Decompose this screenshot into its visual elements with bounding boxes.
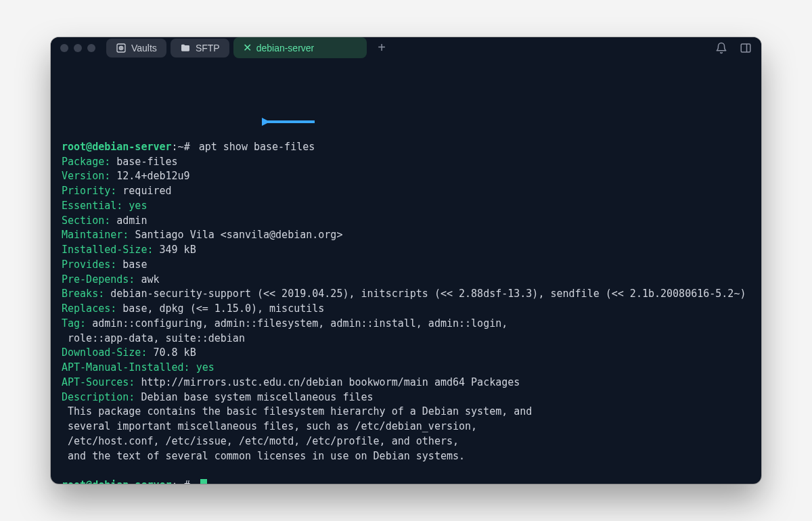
command-line: root@debian-server:~# apt show base-file… bbox=[62, 140, 750, 155]
tab-vaults[interactable]: Vaults bbox=[106, 39, 166, 58]
output-line: Download-Size: 70.8 kB bbox=[62, 346, 750, 361]
output-line: APT-Manual-Installed: yes bbox=[62, 361, 750, 376]
description-line: and the text of several common licenses … bbox=[62, 449, 750, 464]
panel-icon[interactable] bbox=[740, 42, 752, 54]
description-line: several important miscellaneous files, s… bbox=[62, 420, 750, 434]
prompt-user: root@debian-server bbox=[62, 479, 172, 484]
terminal-window: Vaults SFTP ✕ debian-server + bbox=[51, 37, 761, 484]
prompt-path: ~ bbox=[178, 141, 184, 153]
prompt-line: root@debian-server:~# bbox=[62, 478, 750, 484]
output-line: Tag: admin::configuring, admin::filesyst… bbox=[62, 317, 750, 346]
prompt-path: ~ bbox=[178, 479, 184, 484]
traffic-light-min[interactable] bbox=[74, 44, 82, 52]
output-line: Section: admin bbox=[62, 214, 750, 229]
prompt-sep: : bbox=[172, 141, 178, 153]
svg-rect-3 bbox=[741, 44, 750, 52]
description-line: /etc/host.conf, /etc/issue, /etc/motd, /… bbox=[62, 434, 750, 449]
traffic-light-max[interactable] bbox=[87, 44, 95, 52]
output-line: Breaks: debian-security-support (<< 2019… bbox=[62, 287, 750, 302]
output-line: Provides: base bbox=[62, 258, 750, 273]
close-icon[interactable]: ✕ bbox=[243, 41, 252, 54]
vault-icon bbox=[116, 43, 127, 53]
terminal-body[interactable]: root@debian-server:~# apt show base-file… bbox=[51, 58, 761, 484]
output-line: Package: base-files bbox=[62, 155, 750, 170]
output-line: Essential: yes bbox=[62, 199, 750, 214]
output-line: APT-Sources: http://mirrors.ustc.edu.cn/… bbox=[62, 376, 750, 390]
tab-sftp[interactable]: SFTP bbox=[171, 39, 229, 58]
titlebar: Vaults SFTP ✕ debian-server + bbox=[51, 37, 761, 58]
tab-label: debian-server bbox=[256, 43, 315, 53]
description-line: This package contains the basic filesyst… bbox=[62, 405, 750, 420]
cursor bbox=[200, 479, 207, 484]
prompt-symbol: # bbox=[184, 141, 190, 153]
blank-line bbox=[62, 463, 750, 478]
window-controls[interactable] bbox=[60, 44, 95, 52]
folder-icon bbox=[180, 43, 191, 53]
annotation-arrow bbox=[262, 85, 316, 99]
output-line: Priority: required bbox=[62, 184, 750, 199]
output-line: Version: 12.4+deb12u9 bbox=[62, 169, 750, 184]
bell-icon[interactable] bbox=[715, 42, 727, 54]
output-line: Description: Debian base system miscella… bbox=[62, 390, 750, 405]
prompt-symbol: # bbox=[184, 479, 190, 484]
output-line: Maintainer: Santiago Vila <sanvila@debia… bbox=[62, 228, 750, 243]
tab-label: SFTP bbox=[196, 43, 220, 53]
prompt-sep: : bbox=[172, 479, 178, 484]
svg-point-2 bbox=[120, 47, 122, 49]
output-line: Pre-Depends: awk bbox=[62, 273, 750, 288]
output-line: Replaces: base, dpkg (<= 1.15.0), miscut… bbox=[62, 302, 750, 317]
prompt-user: root@debian-server bbox=[62, 141, 172, 153]
command-text: apt show base-files bbox=[199, 141, 315, 153]
tab-label: Vaults bbox=[131, 43, 157, 53]
output-line: Installed-Size: 349 kB bbox=[62, 243, 750, 258]
add-tab-button[interactable]: + bbox=[371, 37, 392, 58]
tab-debian-server[interactable]: ✕ debian-server bbox=[233, 37, 367, 58]
traffic-light-close[interactable] bbox=[60, 44, 68, 52]
